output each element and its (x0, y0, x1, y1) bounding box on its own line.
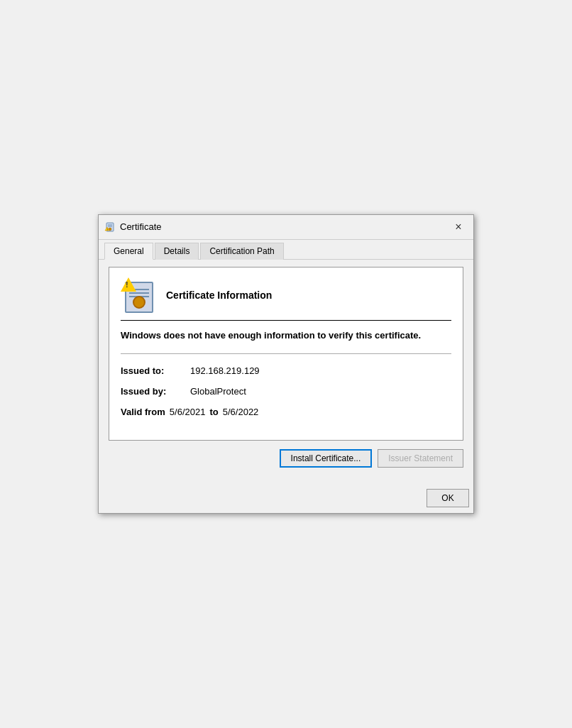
warning-triangle (121, 277, 136, 292)
window-title: Certificate (120, 221, 162, 232)
certificate-title-icon: ! (104, 221, 116, 233)
warning-icon (121, 277, 136, 292)
issuer-statement-button[interactable]: Issuer Statement (378, 449, 463, 468)
valid-to-label: to (209, 407, 218, 417)
validity-field: Valid from 5/6/2021 to 5/6/2022 (121, 407, 451, 417)
cert-warning-text: Windows does not have enough information… (121, 329, 451, 342)
bottom-row: OK (99, 486, 473, 513)
cert-header-divider (121, 320, 451, 321)
tabs-bar: General Details Certification Path (99, 240, 473, 259)
dialog-content: Certificate Information Windows does not… (99, 259, 473, 486)
issued-by-label: Issued by: (121, 386, 185, 397)
cert-header: Certificate Information (121, 277, 451, 313)
cert-info-title: Certificate Information (166, 289, 272, 301)
valid-from-value: 5/6/2021 (170, 407, 206, 417)
ok-button[interactable]: OK (427, 489, 469, 507)
issued-by-value: GlobalProtect (190, 386, 246, 397)
valid-to-value: 5/6/2022 (223, 407, 259, 417)
valid-from-label: Valid from (121, 407, 165, 417)
svg-text:!: ! (107, 227, 108, 231)
tab-certification-path[interactable]: Certification Path (200, 243, 283, 260)
action-buttons: Install Certificate... Issuer Statement (109, 449, 463, 468)
tab-details[interactable]: Details (155, 243, 199, 260)
title-bar-left: ! Certificate (104, 221, 162, 233)
cert-ribbon (133, 296, 145, 309)
issued-to-value: 192.168.219.129 (190, 365, 260, 376)
issued-by-field: Issued by: GlobalProtect (121, 386, 451, 397)
certificate-info-panel: Certificate Information Windows does not… (109, 267, 463, 441)
issued-to-label: Issued to: (121, 365, 185, 376)
title-bar: ! Certificate × (99, 215, 473, 240)
cert-details-divider (121, 353, 451, 354)
install-certificate-button[interactable]: Install Certificate... (280, 449, 373, 468)
certificate-icon (121, 277, 158, 313)
certificate-dialog: ! Certificate × General Details Certific… (98, 214, 474, 514)
issued-to-field: Issued to: 192.168.219.129 (121, 365, 451, 376)
tab-general[interactable]: General (104, 243, 153, 260)
close-button[interactable]: × (449, 219, 468, 235)
